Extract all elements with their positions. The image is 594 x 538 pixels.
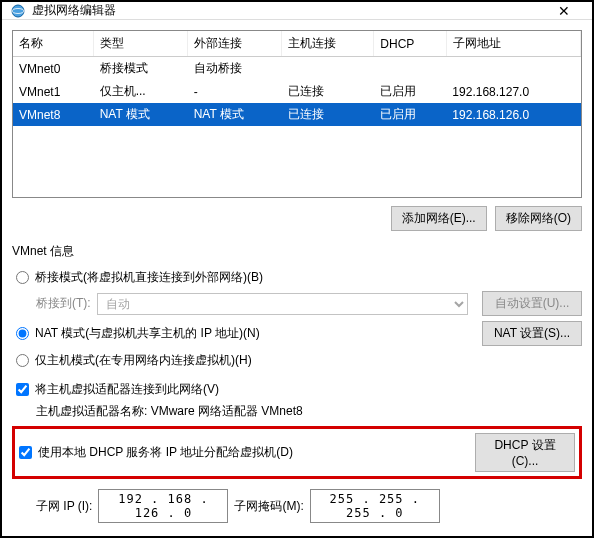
dhcp-highlight-box: 使用本地 DHCP 服务将 IP 地址分配给虚拟机(D) DHCP 设置(C).… — [12, 426, 582, 479]
bridge-to-label: 桥接到(T): — [36, 295, 91, 312]
table-row[interactable]: VMnet8NAT 模式NAT 模式已连接已启用192.168.126.0 — [13, 103, 581, 126]
auto-settings-button: 自动设置(U)... — [482, 291, 582, 316]
column-header[interactable]: 名称 — [13, 31, 94, 57]
subnet-ip-input[interactable]: 192 . 168 . 126 . 0 — [98, 489, 228, 523]
host-only-radio[interactable]: 仅主机模式(在专用网络内连接虚拟机)(H) — [12, 349, 582, 372]
window-title: 虚拟网络编辑器 — [32, 2, 544, 19]
use-dhcp-checkbox[interactable]: 使用本地 DHCP 服务将 IP 地址分配给虚拟机(D) — [19, 444, 467, 461]
subnet-mask-label: 子网掩码(M): — [234, 498, 303, 515]
table-row[interactable]: VMnet0桥接模式自动桥接 — [13, 57, 581, 81]
titlebar: 虚拟网络编辑器 ✕ — [2, 2, 592, 20]
connect-host-checkbox[interactable]: 将主机虚拟适配器连接到此网络(V) — [12, 378, 582, 401]
svg-point-0 — [12, 5, 24, 17]
remove-network-button[interactable]: 移除网络(O) — [495, 206, 582, 231]
column-header[interactable]: 类型 — [94, 31, 188, 57]
network-table[interactable]: 名称类型外部连接主机连接DHCP子网地址 VMnet0桥接模式自动桥接VMnet… — [12, 30, 582, 198]
close-icon[interactable]: ✕ — [544, 3, 584, 19]
column-header[interactable]: DHCP — [374, 31, 447, 57]
nat-settings-button[interactable]: NAT 设置(S)... — [482, 321, 582, 346]
dhcp-settings-button[interactable]: DHCP 设置(C)... — [475, 433, 575, 472]
vmnet-info-label: VMnet 信息 — [12, 243, 582, 260]
content-area: 名称类型外部连接主机连接DHCP子网地址 VMnet0桥接模式自动桥接VMnet… — [2, 20, 592, 538]
app-icon — [10, 3, 26, 19]
column-header[interactable]: 外部连接 — [188, 31, 282, 57]
column-header[interactable]: 子网地址 — [446, 31, 580, 57]
add-network-button[interactable]: 添加网络(E)... — [391, 206, 487, 231]
subnet-ip-label: 子网 IP (I): — [36, 498, 92, 515]
bridge-mode-radio[interactable]: 桥接模式(将虚拟机直接连接到外部网络)(B) — [12, 266, 582, 289]
nat-mode-radio[interactable]: NAT 模式(与虚拟机共享主机的 IP 地址)(N) NAT 设置(S)... — [12, 318, 582, 349]
column-header[interactable]: 主机连接 — [282, 31, 374, 57]
adapter-name-label: 主机虚拟适配器名称: VMware 网络适配器 VMnet8 — [36, 403, 303, 420]
bridge-to-select: 自动 — [97, 293, 468, 315]
subnet-mask-input[interactable]: 255 . 255 . 255 . 0 — [310, 489, 440, 523]
table-row[interactable]: VMnet1仅主机...-已连接已启用192.168.127.0 — [13, 80, 581, 103]
